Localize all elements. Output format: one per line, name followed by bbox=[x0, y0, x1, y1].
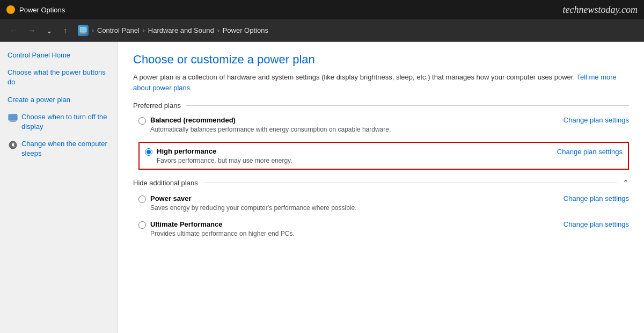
plan-ultimate-settings[interactable]: Change plan settings bbox=[564, 220, 629, 228]
sidebar-item-turn-off-display[interactable]: Choose when to turn off the display bbox=[8, 112, 110, 132]
main-layout: Control Panel Home Choose what the power… bbox=[0, 42, 644, 333]
plan-power-saver-desc: Saves energy by reducing your computer's… bbox=[150, 204, 629, 212]
svg-rect-3 bbox=[9, 114, 17, 120]
sidebar-label-power-buttons: Choose what the power buttons do bbox=[8, 68, 110, 87]
sep2: › bbox=[143, 27, 145, 34]
sidebar-label-create-plan: Create a power plan bbox=[8, 95, 70, 105]
plan-balanced-desc: Automatically balances performance with … bbox=[150, 126, 629, 133]
sidebar-item-create-plan[interactable]: Create a power plan bbox=[8, 95, 110, 105]
plan-power-saver-name: Power saver bbox=[150, 194, 192, 202]
additional-plans-section: Hide additional plans ⌃ Power saver Chan… bbox=[133, 178, 629, 237]
nav-bar: ← → ⌄ ↑ › Control Panel › Hardware and S… bbox=[0, 19, 644, 42]
sidebar-item-power-buttons[interactable]: Choose what the power buttons do bbox=[8, 68, 110, 87]
plan-balanced-name: Balanced (recommended) bbox=[150, 116, 236, 124]
additional-plans-header: Hide additional plans ⌃ bbox=[133, 178, 629, 187]
nav-forward[interactable]: → bbox=[25, 24, 39, 37]
breadcrumb-power-options[interactable]: Power Options bbox=[223, 26, 268, 34]
svg-rect-0 bbox=[80, 27, 86, 32]
sidebar-label-turn-off-display: Choose when to turn off the display bbox=[21, 112, 110, 132]
plan-high-performance-settings[interactable]: Change plan settings bbox=[557, 148, 623, 156]
content-area: Choose or customize a power plan A power… bbox=[118, 42, 644, 333]
page-desc-text: A power plan is a collection of hardware… bbox=[133, 73, 575, 81]
svg-rect-5 bbox=[10, 121, 16, 122]
radio-power-saver[interactable] bbox=[138, 196, 146, 203]
title-bar: Power Options technewstoday.com bbox=[0, 0, 644, 19]
breadcrumb-control-panel[interactable]: Control Panel bbox=[97, 26, 140, 34]
radio-ultimate[interactable] bbox=[138, 221, 146, 229]
plan-high-performance-name: High performance bbox=[157, 147, 216, 155]
plan-ultimate: Ultimate Performance Change plan setting… bbox=[138, 220, 629, 237]
plan-ultimate-desc: Provides ultimate performance on higher … bbox=[150, 230, 629, 237]
breadcrumb-hardware-sound[interactable]: Hardware and Sound bbox=[148, 26, 214, 34]
sidebar-item-computer-sleeps[interactable]: Change when the computer sleeps bbox=[8, 139, 110, 158]
nav-back[interactable]: ← bbox=[6, 24, 20, 37]
sleep-icon bbox=[8, 140, 18, 150]
nav-dropdown[interactable]: ⌄ bbox=[43, 24, 56, 37]
plan-high-performance: High performance Change plan settings Fa… bbox=[138, 142, 629, 170]
sep1: › bbox=[92, 27, 94, 34]
preferred-plans-label: Preferred plans bbox=[133, 102, 181, 110]
svg-rect-1 bbox=[81, 32, 85, 33]
svg-rect-4 bbox=[11, 120, 15, 121]
sidebar-label-computer-sleeps: Change when the computer sleeps bbox=[21, 139, 110, 158]
additional-plans-label: Hide additional plans bbox=[133, 179, 198, 187]
watermark: technewstoday.com bbox=[563, 4, 638, 16]
plan-power-saver: Power saver Change plan settings Saves e… bbox=[138, 194, 629, 212]
plan-ultimate-name: Ultimate Performance bbox=[150, 220, 222, 228]
window-title: Power Options bbox=[19, 6, 65, 14]
nav-up[interactable]: ↑ bbox=[60, 24, 70, 37]
plan-high-performance-desc: Favors performance, but may use more ene… bbox=[157, 157, 623, 164]
display-icon bbox=[8, 113, 18, 124]
chevron-up-icon[interactable]: ⌃ bbox=[623, 178, 629, 187]
sep3: › bbox=[217, 27, 219, 34]
app-icon bbox=[6, 5, 15, 14]
preferred-plans-line bbox=[186, 105, 629, 106]
sidebar: Control Panel Home Choose what the power… bbox=[0, 42, 118, 333]
page-title: Choose or customize a power plan bbox=[133, 53, 629, 67]
radio-high-performance[interactable] bbox=[145, 148, 152, 156]
plan-power-saver-settings[interactable]: Change plan settings bbox=[564, 194, 629, 202]
preferred-plans-header: Preferred plans bbox=[133, 102, 629, 110]
sidebar-label-control-panel-home: Control Panel Home bbox=[8, 50, 70, 60]
svg-rect-2 bbox=[80, 33, 86, 34]
sidebar-item-control-panel-home[interactable]: Control Panel Home bbox=[8, 50, 110, 60]
plan-balanced-settings[interactable]: Change plan settings bbox=[564, 116, 629, 124]
plan-balanced: Balanced (recommended) Change plan setti… bbox=[138, 116, 629, 133]
radio-balanced[interactable] bbox=[138, 117, 146, 125]
additional-plans-line bbox=[203, 183, 617, 183]
nav-icon bbox=[78, 25, 89, 36]
breadcrumb: › Control Panel › Hardware and Sound › P… bbox=[78, 25, 268, 36]
page-description: A power plan is a collection of hardware… bbox=[133, 72, 629, 93]
